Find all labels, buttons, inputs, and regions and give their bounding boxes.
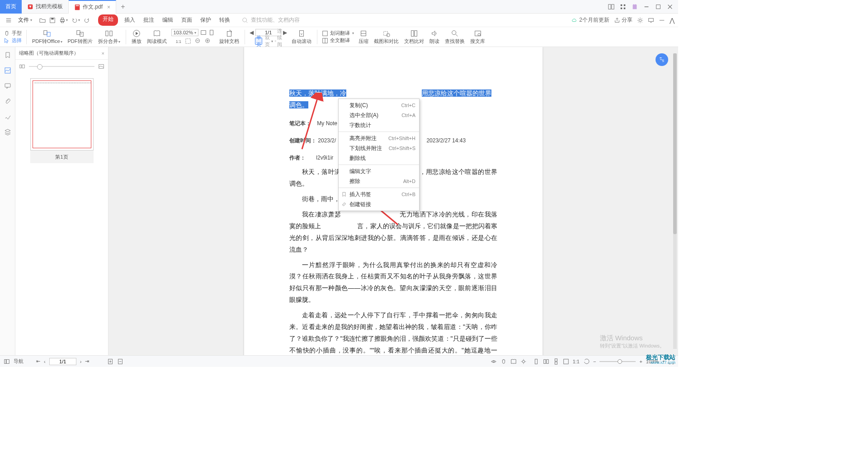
zoom-input[interactable]: 103.02%▾ — [171, 29, 198, 36]
hand-tool[interactable]: 手型 — [4, 30, 22, 37]
select-tool[interactable]: 选择 — [4, 37, 22, 44]
thumb-expand-icon[interactable] — [98, 63, 104, 70]
sb-rotate-icon[interactable] — [583, 358, 590, 365]
bookmark-panel-icon[interactable] — [3, 51, 12, 60]
actual-size-icon[interactable]: 1:1 — [175, 38, 182, 45]
ctx-word-count[interactable]: 字数统计 — [339, 120, 419, 130]
more-icon[interactable]: ⋀ — [670, 17, 675, 24]
pdf-to-office[interactable]: PDF转Office▾ — [30, 29, 64, 45]
sb-actual-icon[interactable]: 1:1 — [573, 359, 580, 364]
sb-book-icon[interactable] — [510, 358, 517, 365]
close-window-button[interactable] — [665, 2, 675, 11]
auto-scroll[interactable]: 自动滚动 — [290, 29, 313, 45]
page-prev-icon[interactable]: ◀ — [250, 29, 254, 36]
tv-icon[interactable] — [648, 17, 654, 24]
tab-active-doc[interactable]: 作文.pdf × — [69, 0, 116, 14]
screenshot-compare[interactable]: 截图和对比 — [372, 29, 401, 45]
sb-eye-icon[interactable] — [491, 358, 497, 365]
full-translate[interactable]: 全文翻译 — [322, 37, 354, 44]
close-tab-icon[interactable]: × — [107, 4, 110, 10]
thumbnail-page-1[interactable]: ■■■■■■■■■■■■■■■■■■■■■■■■■■■■■■■■■■■■■■■■… — [30, 78, 94, 150]
skin-icon[interactable] — [630, 2, 639, 11]
settings-icon[interactable] — [637, 17, 643, 24]
tab-template[interactable]: 找稻壳模板 — [22, 0, 69, 14]
file-menu[interactable]: 文件▾ — [16, 15, 34, 25]
ctx-highlight[interactable]: 高亮并附注Ctrl+Shift+H — [339, 133, 419, 143]
tab-add-button[interactable]: + — [116, 3, 130, 11]
sb-prev-page[interactable]: ‹ — [44, 359, 46, 364]
menu-annotate[interactable]: 批注 — [142, 14, 156, 26]
sb-page-input[interactable] — [49, 358, 76, 365]
search-box[interactable]: 查找功能、文档内容 — [242, 16, 300, 24]
single-page[interactable]: 单页 — [255, 38, 262, 45]
ctx-strikethrough[interactable]: 删除线 — [339, 153, 419, 163]
attachment-panel-icon[interactable] — [3, 97, 12, 106]
zoom-in-icon[interactable] — [204, 38, 212, 45]
menu-convert[interactable]: 转换 — [217, 14, 232, 26]
sb-continuous-view[interactable] — [553, 358, 559, 365]
continuous-read[interactable]: 连续阅读 — [275, 38, 282, 45]
collapse-ribbon-icon[interactable] — [659, 17, 665, 24]
share-button[interactable]: 分享 — [614, 16, 632, 24]
menu-insert[interactable]: 插入 — [123, 14, 137, 26]
sb-fit-icon[interactable] — [563, 358, 569, 365]
sb-single-view[interactable] — [533, 358, 539, 365]
sb-hand-icon[interactable] — [500, 358, 507, 365]
menu-edit[interactable]: 编辑 — [160, 14, 175, 26]
ctx-select-all[interactable]: 选中全部(A)Ctrl+A — [339, 110, 419, 120]
menu-page[interactable]: 页面 — [179, 14, 194, 26]
play-button[interactable]: 播放 — [130, 29, 143, 45]
sb-zoom-out[interactable]: − — [593, 359, 596, 364]
thumbnail-panel-icon[interactable] — [3, 66, 12, 75]
menu-protect[interactable]: 保护 — [198, 14, 213, 26]
sb-zoom-in[interactable]: + — [639, 359, 642, 364]
tab-home[interactable]: 首页 — [0, 0, 22, 14]
doc-compare[interactable]: 文档比对 — [402, 29, 426, 45]
ctx-create-link[interactable]: 创建链接 — [339, 199, 419, 209]
sb-zoom-slider[interactable] — [599, 361, 636, 362]
comment-panel-icon[interactable] — [3, 81, 12, 90]
search-library[interactable]: 搜文库 — [468, 29, 487, 45]
split-merge[interactable]: 拆分合并▾ — [96, 29, 122, 45]
open-icon[interactable] — [39, 17, 46, 24]
layout-icon[interactable] — [607, 2, 616, 11]
ctx-bookmark[interactable]: 插入书签Ctrl+B — [339, 189, 419, 199]
double-page[interactable]: 双页▾ — [265, 38, 272, 45]
ctx-underline[interactable]: 下划线并附注Ctrl+Shift+S — [339, 143, 419, 153]
sb-last-page[interactable]: ⇥ — [85, 358, 89, 364]
vertical-scrollbar[interactable] — [672, 47, 678, 355]
compress[interactable]: 压缩 — [357, 29, 370, 45]
sb-nav-label[interactable]: 导航 — [14, 358, 24, 365]
read-mode[interactable]: 阅读模式 — [145, 29, 169, 45]
zoom-out-icon[interactable] — [194, 38, 202, 45]
sb-first-page[interactable]: ⇤ — [36, 358, 40, 364]
sb-next-page[interactable]: › — [80, 359, 82, 364]
fit-width-icon[interactable] — [200, 29, 207, 36]
apps-icon[interactable] — [618, 2, 627, 11]
translate-float-button[interactable] — [656, 53, 668, 66]
ctx-copy[interactable]: 复制(C)Ctrl+C — [339, 100, 419, 110]
sb-double-view[interactable] — [543, 358, 549, 365]
fit-page-icon[interactable] — [208, 29, 215, 36]
ctx-erase[interactable]: 擦除Alt+D — [339, 176, 419, 186]
marquee-zoom-icon[interactable] — [184, 38, 192, 45]
find-replace[interactable]: 查找替换 — [443, 29, 467, 45]
print-icon[interactable]: ▾ — [59, 17, 68, 24]
page-next-icon[interactable]: ▶ — [283, 29, 287, 36]
thumb-collapse-icon[interactable] — [19, 63, 25, 70]
hamburger-icon[interactable] — [4, 16, 14, 24]
redo-icon[interactable] — [84, 17, 90, 24]
sb-delete-page-icon[interactable] — [117, 358, 123, 365]
minimize-button[interactable] — [642, 2, 651, 11]
sb-sun-icon[interactable] — [520, 358, 527, 365]
rotate-doc[interactable]: 旋转文档 — [217, 29, 241, 45]
sb-add-page-icon[interactable] — [107, 358, 113, 365]
pdf-to-image[interactable]: PDF转图片 — [66, 29, 94, 45]
thumbnail-size-slider[interactable] — [29, 66, 94, 67]
cloud-sync[interactable]: 2个月前更新 — [571, 16, 609, 24]
read-aloud[interactable]: 朗读 — [428, 29, 441, 45]
signature-panel-icon[interactable] — [3, 112, 12, 121]
layers-panel-icon[interactable] — [3, 127, 12, 136]
maximize-button[interactable] — [654, 2, 663, 11]
save-icon[interactable] — [49, 17, 56, 24]
